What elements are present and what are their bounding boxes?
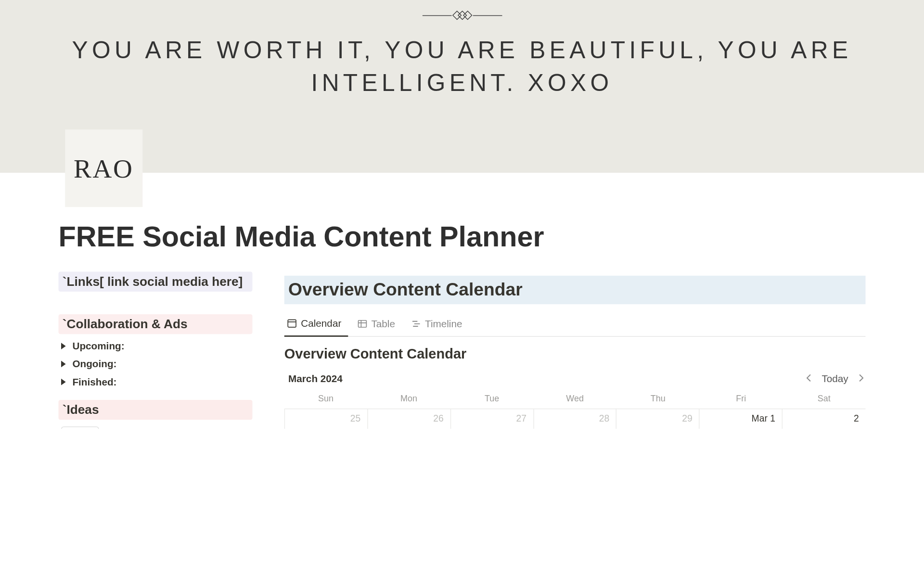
calendar-day-header: Sat — [783, 389, 866, 409]
calendar-day-header: Sun — [284, 389, 368, 409]
calendar-day-header: Mon — [367, 389, 450, 409]
calendar-date-number: 28 — [599, 413, 610, 424]
calendar-date-number: 26 — [433, 413, 444, 424]
view-tabs: CalendarTableTimeline — [284, 312, 866, 337]
overview-heading[interactable]: Overview Content Calendar — [284, 276, 866, 304]
next-month-button[interactable] — [858, 372, 864, 384]
hero-quote: YOU ARE WORTH IT, YOU ARE BEAUTIFUL, YOU… — [0, 35, 924, 99]
calendar-cell[interactable]: 28 — [534, 409, 616, 429]
triangle-icon — [61, 378, 66, 385]
calendar-header: March 2024 Today — [284, 366, 866, 389]
collab-toggle-item[interactable]: Ongoing: — [58, 355, 252, 372]
calendar-cell[interactable]: 2 — [783, 409, 865, 429]
collab-toggle-item[interactable]: Finished: — [58, 372, 252, 390]
triangle-icon — [61, 343, 66, 349]
calendar-date-number: 29 — [682, 413, 693, 424]
calendar-cell[interactable]: 27 — [451, 409, 534, 429]
tab-timeline[interactable]: Timeline — [409, 312, 469, 336]
calendar-day-header: Thu — [616, 389, 700, 409]
calendar-day-header: Tue — [450, 389, 534, 409]
calendar-date-number: 2 — [854, 413, 859, 424]
prev-month-button[interactable] — [806, 372, 812, 384]
calendar-day-header: Wed — [533, 389, 616, 409]
tab-calendar[interactable]: Calendar — [284, 312, 348, 337]
links-heading[interactable]: `Links[ link social media here] — [58, 272, 252, 292]
calendar-month: March 2024 — [288, 372, 343, 384]
calendar-date-number: Mar 1 — [752, 413, 775, 424]
calendar-date-number: 27 — [516, 413, 526, 424]
svg-rect-0 — [288, 320, 296, 327]
sidebar: `Links[ link social media here] `Collabo… — [58, 272, 252, 429]
calendar-cell[interactable]: 25 — [285, 409, 368, 429]
ideas-todo-pill[interactable]: To-do — [61, 426, 99, 429]
main-content: Overview Content Calendar CalendarTableT… — [284, 272, 866, 429]
ideas-heading[interactable]: `Ideas — [58, 400, 252, 420]
calendar-day-header: Fri — [699, 389, 783, 409]
logo: RAO — [65, 129, 142, 206]
database-title[interactable]: Overview Content Calendar — [284, 346, 866, 362]
hero-divider — [422, 12, 502, 19]
calendar-cell[interactable]: 29 — [617, 409, 700, 429]
calendar-date-number: 25 — [350, 413, 361, 424]
calendar-cell[interactable]: 26 — [368, 409, 450, 429]
triangle-icon — [61, 360, 66, 367]
hero-banner: YOU ARE WORTH IT, YOU ARE BEAUTIFUL, YOU… — [0, 0, 924, 173]
today-button[interactable]: Today — [821, 372, 848, 384]
tab-table[interactable]: Table — [355, 312, 402, 336]
page-title: FREE Social Media Content Planner — [58, 220, 865, 253]
collab-toggle-item[interactable]: Upcoming: — [58, 337, 252, 355]
calendar-grid: SunMonTueWedThuFriSat 2526272829Mar 1234… — [284, 389, 866, 429]
svg-rect-2 — [358, 320, 366, 327]
collab-heading[interactable]: `Collaboration & Ads — [58, 314, 252, 334]
calendar-cell[interactable]: Mar 1 — [700, 409, 783, 429]
